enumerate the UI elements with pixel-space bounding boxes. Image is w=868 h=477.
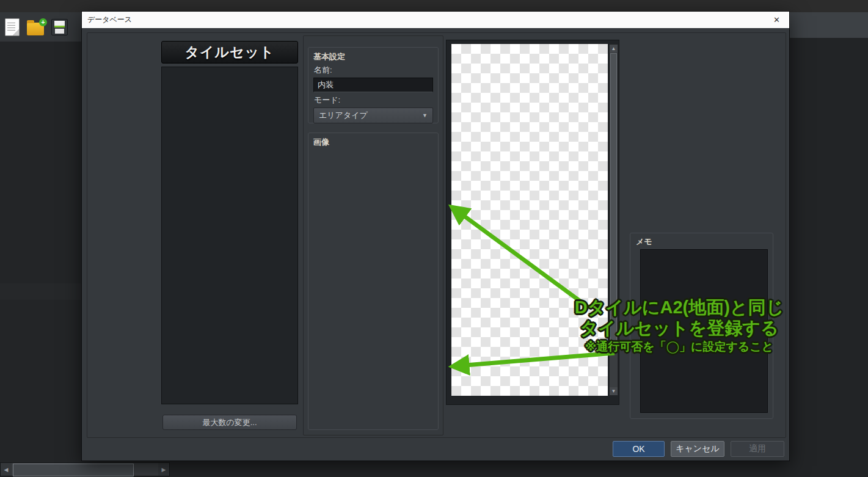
ok-button[interactable]: OK	[613, 441, 665, 457]
scroll-left-icon[interactable]: ◀	[1, 463, 12, 476]
memo-group: メモ	[630, 233, 773, 419]
scrollbar-thumb[interactable]	[13, 464, 134, 476]
menu-bar	[0, 0, 868, 12]
scroll-down-icon[interactable]: ▼	[610, 387, 618, 395]
new-file-icon[interactable]	[5, 18, 20, 36]
bg-toolbar-strip	[790, 12, 868, 38]
database-dialog: データベース ✕ タイルセット 最大数の変更... 基本設定 名前: モード: …	[81, 11, 790, 461]
vertical-scrollbar[interactable]: ▲ ▼	[609, 44, 618, 396]
scroll-up-icon[interactable]: ▲	[610, 45, 618, 53]
open-folder-icon[interactable]: +	[27, 23, 44, 35]
images-label: 画像	[313, 137, 433, 148]
close-icon[interactable]: ✕	[770, 15, 784, 24]
cancel-button[interactable]: キャンセル	[671, 441, 724, 457]
chevron-down-icon: ▼	[422, 112, 428, 118]
dialog-titlebar[interactable]: データベース ✕	[82, 12, 789, 28]
name-label: 名前:	[314, 65, 433, 76]
memo-textarea[interactable]	[640, 249, 768, 413]
list-header: タイルセット	[161, 41, 298, 64]
mode-value: エリアタイプ	[319, 110, 368, 121]
tileset-preview[interactable]	[451, 44, 608, 396]
bg-map-area	[790, 38, 868, 477]
scrollbar-track[interactable]	[12, 463, 158, 476]
screen: + ◀ ▶ データベース ✕ タイルセット 最大数の変更... 基本設定 名前:	[0, 0, 868, 477]
horizontal-scrollbar[interactable]: ◀ ▶	[0, 462, 170, 476]
bg-toolbar: +	[0, 12, 81, 42]
images-group: 画像	[308, 133, 439, 430]
palette-tabs	[0, 283, 81, 300]
apply-button[interactable]: 適用	[731, 441, 784, 457]
memo-label: メモ	[636, 236, 652, 247]
basic-settings-label: 基本設定	[313, 51, 433, 62]
tile-palette[interactable]	[0, 42, 81, 283]
name-input[interactable]	[313, 78, 433, 92]
mode-select[interactable]: エリアタイプ ▼	[313, 107, 433, 123]
tileset-preview-frame: ▲ ▼	[446, 40, 619, 405]
dialog-title: データベース	[87, 15, 770, 25]
mode-label: モード:	[314, 95, 433, 106]
basic-settings-group: 基本設定 名前: モード: エリアタイプ ▼	[308, 47, 439, 123]
change-max-button[interactable]: 最大数の変更...	[162, 415, 297, 430]
tileset-list[interactable]	[161, 67, 298, 404]
scroll-right-icon[interactable]: ▶	[158, 463, 169, 476]
save-icon[interactable]	[51, 19, 68, 35]
settings-panel: 基本設定 名前: モード: エリアタイプ ▼ 画像	[303, 35, 443, 435]
scrollbar-thumb[interactable]	[610, 53, 617, 351]
plus-badge-icon: +	[39, 18, 47, 26]
